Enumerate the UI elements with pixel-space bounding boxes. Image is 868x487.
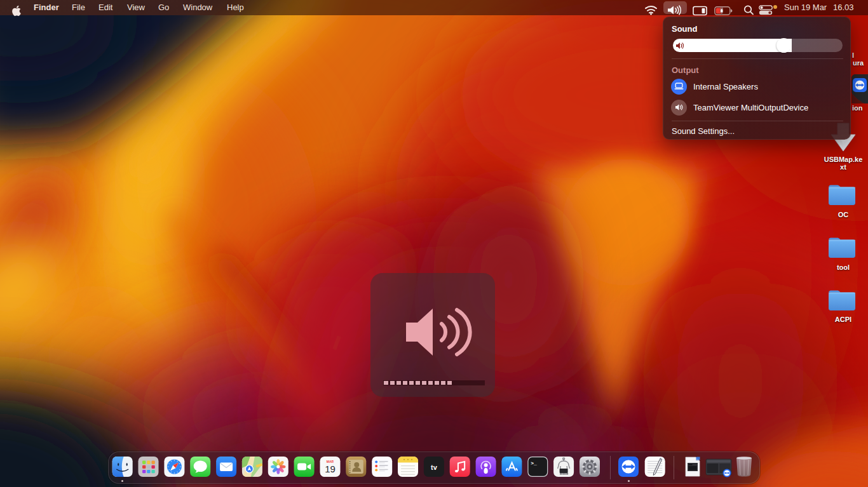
svg-text:MAR: MAR bbox=[327, 460, 334, 464]
svg-text:>_: >_ bbox=[531, 460, 537, 466]
svg-text:tv: tv bbox=[431, 464, 438, 471]
svg-text:19: 19 bbox=[325, 464, 336, 474]
